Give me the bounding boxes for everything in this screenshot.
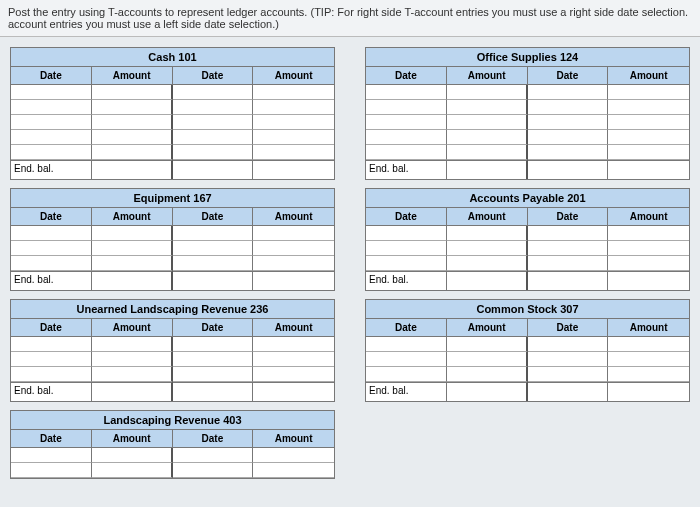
cell[interactable]	[92, 352, 173, 367]
cell[interactable]	[11, 115, 92, 130]
cell[interactable]	[608, 337, 689, 352]
cell[interactable]	[92, 256, 173, 271]
cell[interactable]	[253, 115, 334, 130]
cell[interactable]	[608, 100, 689, 115]
end-balance-cell[interactable]	[447, 271, 528, 290]
cell[interactable]	[11, 241, 92, 256]
cell[interactable]	[253, 145, 334, 160]
cell[interactable]	[608, 367, 689, 382]
cell[interactable]	[447, 100, 528, 115]
end-balance-cell[interactable]	[447, 160, 528, 179]
cell[interactable]	[528, 256, 609, 271]
cell[interactable]	[92, 226, 173, 241]
end-balance-cell[interactable]	[92, 160, 173, 179]
cell[interactable]	[528, 367, 609, 382]
cell[interactable]	[253, 256, 334, 271]
cell[interactable]	[92, 100, 173, 115]
cell[interactable]	[253, 226, 334, 241]
cell[interactable]	[366, 226, 447, 241]
cell[interactable]	[11, 367, 92, 382]
cell[interactable]	[366, 256, 447, 271]
end-balance-cell[interactable]	[173, 271, 254, 290]
cell[interactable]	[92, 145, 173, 160]
cell[interactable]	[366, 100, 447, 115]
cell[interactable]	[11, 226, 92, 241]
cell[interactable]	[253, 85, 334, 100]
end-balance-cell[interactable]	[608, 382, 689, 401]
cell[interactable]	[173, 448, 254, 463]
cell[interactable]	[11, 100, 92, 115]
cell[interactable]	[11, 448, 92, 463]
cell[interactable]	[92, 337, 173, 352]
cell[interactable]	[366, 337, 447, 352]
cell[interactable]	[366, 130, 447, 145]
cell[interactable]	[366, 85, 447, 100]
cell[interactable]	[92, 130, 173, 145]
cell[interactable]	[92, 448, 173, 463]
end-balance-cell[interactable]	[173, 382, 254, 401]
end-balance-cell[interactable]	[608, 160, 689, 179]
end-balance-cell[interactable]	[528, 382, 609, 401]
cell[interactable]	[11, 145, 92, 160]
cell[interactable]	[447, 256, 528, 271]
cell[interactable]	[366, 367, 447, 382]
cell[interactable]	[173, 226, 254, 241]
cell[interactable]	[447, 85, 528, 100]
cell[interactable]	[608, 352, 689, 367]
cell[interactable]	[11, 130, 92, 145]
cell[interactable]	[608, 226, 689, 241]
cell[interactable]	[173, 352, 254, 367]
cell[interactable]	[253, 463, 334, 478]
cell[interactable]	[173, 100, 254, 115]
cell[interactable]	[92, 115, 173, 130]
cell[interactable]	[608, 256, 689, 271]
cell[interactable]	[253, 241, 334, 256]
cell[interactable]	[608, 130, 689, 145]
cell[interactable]	[253, 448, 334, 463]
cell[interactable]	[173, 145, 254, 160]
end-balance-cell[interactable]	[528, 160, 609, 179]
cell[interactable]	[253, 130, 334, 145]
end-balance-cell[interactable]	[92, 382, 173, 401]
cell[interactable]	[608, 241, 689, 256]
cell[interactable]	[173, 256, 254, 271]
cell[interactable]	[447, 241, 528, 256]
end-balance-cell[interactable]	[173, 160, 254, 179]
cell[interactable]	[11, 85, 92, 100]
cell[interactable]	[11, 463, 92, 478]
cell[interactable]	[366, 115, 447, 130]
cell[interactable]	[528, 337, 609, 352]
cell[interactable]	[11, 337, 92, 352]
cell[interactable]	[528, 130, 609, 145]
cell[interactable]	[528, 85, 609, 100]
cell[interactable]	[528, 241, 609, 256]
cell[interactable]	[447, 352, 528, 367]
cell[interactable]	[528, 115, 609, 130]
end-balance-cell[interactable]	[253, 271, 334, 290]
cell[interactable]	[173, 337, 254, 352]
end-balance-cell[interactable]	[447, 382, 528, 401]
cell[interactable]	[173, 241, 254, 256]
cell[interactable]	[608, 145, 689, 160]
cell[interactable]	[528, 226, 609, 241]
cell[interactable]	[92, 241, 173, 256]
cell[interactable]	[253, 367, 334, 382]
end-balance-cell[interactable]	[253, 160, 334, 179]
cell[interactable]	[366, 352, 447, 367]
end-balance-cell[interactable]	[608, 271, 689, 290]
cell[interactable]	[11, 352, 92, 367]
cell[interactable]	[253, 337, 334, 352]
end-balance-cell[interactable]	[92, 271, 173, 290]
cell[interactable]	[528, 352, 609, 367]
cell[interactable]	[92, 463, 173, 478]
cell[interactable]	[447, 367, 528, 382]
cell[interactable]	[447, 145, 528, 160]
cell[interactable]	[447, 337, 528, 352]
cell[interactable]	[447, 226, 528, 241]
cell[interactable]	[173, 463, 254, 478]
cell[interactable]	[608, 115, 689, 130]
cell[interactable]	[366, 241, 447, 256]
cell[interactable]	[608, 85, 689, 100]
cell[interactable]	[92, 85, 173, 100]
cell[interactable]	[253, 352, 334, 367]
